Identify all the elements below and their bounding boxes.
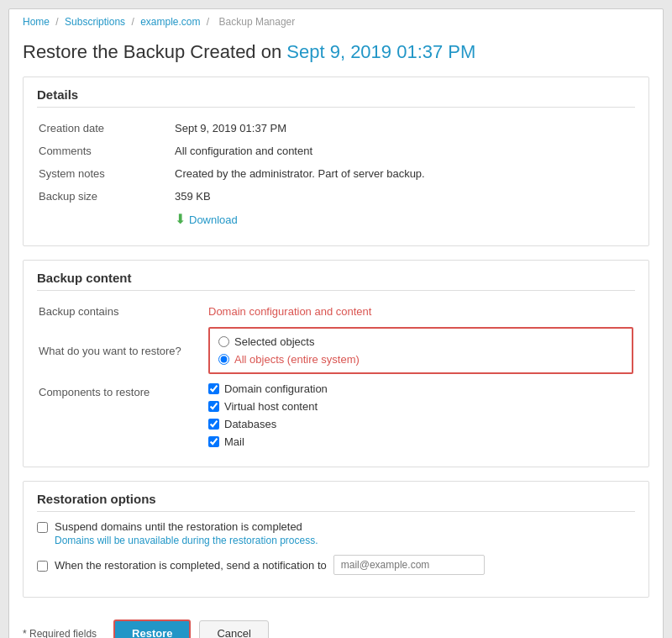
notification-option: When the restoration is completed, send … — [37, 555, 635, 575]
details-table: Creation date Sept 9, 2019 01:37 PM Comm… — [37, 116, 635, 232]
creation-date-label: Creation date — [39, 118, 173, 139]
cancel-button[interactable]: Cancel — [199, 620, 268, 638]
restore-radio-group: Selected objects All objects (entire sys… — [218, 335, 623, 366]
suspend-checkbox[interactable] — [37, 522, 48, 533]
table-row: Backup contains Domain configuration and… — [39, 301, 633, 322]
system-notes-value: Created by the administrator. Part of se… — [175, 163, 633, 184]
details-title: Details — [37, 87, 635, 108]
restore-question-box: Selected objects All objects (entire sys… — [208, 327, 633, 374]
checkbox-mail[interactable]: Mail — [208, 435, 633, 448]
details-section: Details Creation date Sept 9, 2019 01:37… — [23, 76, 649, 246]
checkbox-databases-input[interactable] — [208, 419, 219, 430]
restore-button[interactable]: Restore — [113, 620, 191, 638]
radio-selected-objects[interactable]: Selected objects — [218, 335, 623, 348]
table-row: Comments All configuration and content — [39, 140, 633, 161]
components-checkboxes: Domain configuration Virtual host conten… — [208, 382, 633, 448]
restore-question-row: What do you want to restore? Selected ob… — [39, 324, 633, 377]
notification-checkbox[interactable] — [37, 561, 48, 572]
breadcrumb-section: Backup Manager — [219, 16, 296, 28]
radio-all-objects[interactable]: All objects (entire system) — [218, 353, 623, 366]
actions-row: * Required fields Restore Cancel — [9, 611, 663, 638]
download-link[interactable]: ⬇ Download — [175, 213, 238, 226]
table-row: Creation date Sept 9, 2019 01:37 PM — [39, 118, 633, 139]
backup-content-section: Backup content Backup contains Domain co… — [23, 260, 649, 467]
breadcrumb-home[interactable]: Home — [23, 16, 50, 28]
breadcrumb-subscriptions[interactable]: Subscriptions — [65, 16, 125, 28]
system-notes-label: System notes — [39, 163, 173, 184]
backup-contains-label: Backup contains — [39, 301, 207, 322]
checkbox-domain-config-input[interactable] — [208, 383, 219, 394]
comments-value: All configuration and content — [175, 140, 633, 161]
backup-size-value: 359 KB — [175, 186, 633, 207]
page-title: Restore the Backup Created on Sept 9, 20… — [9, 34, 663, 76]
checkbox-databases[interactable]: Databases — [208, 418, 633, 430]
table-row: System notes Created by the administrato… — [39, 163, 633, 184]
breadcrumb-domain[interactable]: example.com — [140, 16, 200, 28]
notification-label: When the restoration is completed, send … — [55, 559, 327, 572]
download-label-cell — [39, 208, 173, 230]
radio-all-objects-input[interactable] — [218, 354, 229, 365]
suspend-option: Suspend domains until the restoration is… — [37, 520, 635, 546]
checkbox-virtual-host-input[interactable] — [208, 401, 219, 412]
backup-content-table: Backup contains Domain configuration and… — [37, 299, 635, 453]
backup-contains-value: Domain configuration and content — [208, 305, 371, 318]
restore-question-label: What do you want to restore? — [39, 324, 207, 377]
components-row: Components to restore Domain configurati… — [39, 379, 633, 451]
checkbox-domain-config[interactable]: Domain configuration — [208, 382, 633, 395]
backup-size-label: Backup size — [39, 186, 173, 207]
checkbox-virtual-host[interactable]: Virtual host content — [208, 400, 633, 413]
restoration-options-title: Restoration options — [37, 492, 635, 512]
download-icon: ⬇ — [175, 213, 186, 226]
creation-date-value: Sept 9, 2019 01:37 PM — [175, 118, 633, 139]
table-row: ⬇ Download — [39, 208, 633, 230]
restoration-options-section: Restoration options Suspend domains unti… — [23, 481, 649, 598]
suspend-note: Domains will be unavailable during the r… — [55, 535, 318, 546]
notification-email-input[interactable] — [333, 555, 485, 575]
backup-content-title: Backup content — [37, 271, 635, 291]
required-note: * Required fields — [23, 628, 97, 639]
components-label: Components to restore — [39, 379, 207, 451]
checkbox-mail-input[interactable] — [208, 436, 219, 447]
breadcrumb: Home / Subscriptions / example.com / Bac… — [9, 9, 663, 34]
suspend-label: Suspend domains until the restoration is… — [55, 520, 318, 533]
radio-selected-objects-input[interactable] — [218, 336, 229, 347]
comments-label: Comments — [39, 140, 173, 161]
table-row: Backup size 359 KB — [39, 186, 633, 207]
